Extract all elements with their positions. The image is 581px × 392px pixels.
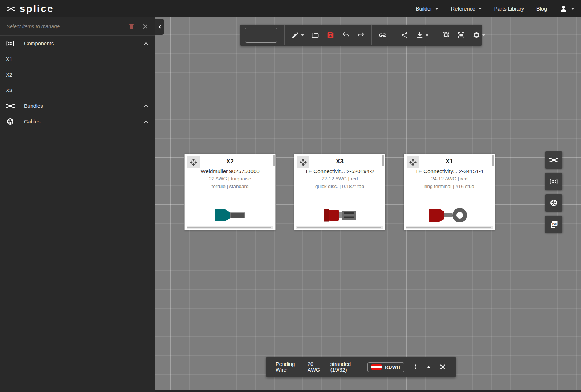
save-icon [326,31,334,39]
collapse-pending-button[interactable] [426,364,432,370]
nav-reference[interactable]: Reference [451,6,482,12]
card-mpn: TE Connectivit... 2-520194-2 [294,168,385,175]
save-button[interactable] [324,27,337,43]
select-region-button[interactable] [439,27,453,43]
move-handle[interactable] [187,156,200,168]
selection-placeholder: Select items to manage [7,24,121,29]
pending-wire-actions [412,363,446,371]
undo-button[interactable] [339,27,353,43]
top-navbar: splice Builder Reference Parts Library B… [0,0,581,17]
share-link-button[interactable] [375,27,390,43]
card-horizontal-scrollbar[interactable] [406,227,491,228]
delete-selected-button[interactable] [128,23,135,30]
clear-selection-button[interactable] [142,23,149,30]
nav-blog[interactable]: Blog [536,6,547,12]
link-icon [378,31,387,40]
download-button[interactable] [413,27,431,43]
card-spec1: 22 AWG | turquoise [185,175,275,183]
nav-reference-label: Reference [451,6,475,12]
kebab-menu-icon [412,364,419,370]
close-pending-button[interactable] [439,363,446,371]
chevron-up-icon[interactable] [142,118,150,125]
canvas-toolbar [240,25,482,46]
main-nav: Builder Reference Parts Library Blog [416,4,574,13]
sidebar-section-components[interactable]: Components [0,36,155,51]
chevron-down-icon [426,34,428,36]
chevron-left-icon [158,24,163,29]
cable-icon [549,199,558,207]
settings-button[interactable] [470,27,488,43]
account-menu[interactable] [559,4,574,13]
connector-icon [6,39,15,48]
app-logo[interactable]: splice [7,4,54,14]
sidebar-section-cables[interactable]: Cables [0,114,155,129]
share-button[interactable] [398,27,411,43]
wire-options-button[interactable] [412,364,419,370]
pending-wire-title: Pending Wire [276,361,300,373]
add-connector-button[interactable] [545,173,562,190]
sidebar-section-label: Components [24,41,54,46]
card-spec2: ring terminal | #16 stud [404,183,495,190]
card-vertical-scrollbar[interactable] [492,155,494,166]
nav-builder-label: Builder [416,6,432,12]
toolbar-divider [394,25,394,45]
cable-icon [6,117,15,126]
design-canvas[interactable]: X2 Weidmüller 9025750000 22 AWG | turquo… [155,17,581,392]
card-header: X2 Weidmüller 9025750000 22 AWG | turquo… [185,154,275,200]
card-mpn: Weidmüller 9025750000 [185,168,275,175]
toolbar-divider [371,25,372,45]
move-handle[interactable] [407,156,419,168]
connector-icon [549,177,558,186]
open-project-button[interactable] [308,27,322,43]
sidebar-item-x1[interactable]: X1 [0,51,155,67]
card-header: X3 TE Connectivit... 2-520194-2 22-12 AW… [294,154,385,200]
canvas-horizontal-scrollbar[interactable] [155,390,581,392]
splice-icon [549,156,558,164]
selection-bar: Select items to manage [0,17,155,36]
card-header: X1 TE Connectivity... 2-34151-1 24-12 AW… [404,154,495,200]
splice-logo-icon [7,4,15,13]
card-spec1: 24-12 AWG | red [404,175,495,183]
pencil-icon [291,31,299,39]
sidebar-item-x3[interactable]: X3 [0,82,155,98]
card-horizontal-scroll-track[interactable] [187,226,273,229]
nav-builder[interactable]: Builder [416,6,439,12]
card-vertical-scrollbar[interactable] [273,155,275,166]
close-icon [142,23,149,30]
svg-text:PDF: PDF [552,222,558,225]
sidebar-section-bundles[interactable]: Bundles [0,98,155,114]
component-card-x1[interactable]: X1 TE Connectivity... 2-34151-1 24-12 AW… [404,154,495,230]
card-horizontal-scroll-track[interactable] [406,226,493,229]
card-spec1: 22-12 AWG | red [294,175,385,183]
nav-blog-label: Blog [536,6,547,12]
move-icon [409,158,417,166]
add-cable-button[interactable] [545,194,562,212]
move-handle[interactable] [297,156,309,168]
sidebar-collapse-button[interactable] [155,19,164,35]
component-card-x2[interactable]: X2 Weidmüller 9025750000 22 AWG | turquo… [184,154,276,230]
close-icon [439,363,446,371]
nav-parts-library[interactable]: Parts Library [494,6,524,12]
sidebar-section-label: Cables [24,119,40,124]
pending-wire-bar: Pending Wire 20 AWG stranded (19/32) RDW… [266,357,456,377]
card-horizontal-scrollbar[interactable] [187,227,271,228]
chevron-up-icon[interactable] [142,40,150,47]
card-graphic-area [404,200,495,230]
fit-screen-icon [457,31,465,39]
card-vertical-scrollbar[interactable] [382,155,384,166]
chevron-up-icon[interactable] [142,102,150,110]
card-horizontal-scrollbar[interactable] [297,227,381,228]
folder-icon [311,31,319,39]
fit-view-button[interactable] [454,27,468,43]
card-horizontal-scroll-track[interactable] [296,226,383,229]
export-pdf-button[interactable]: PDF [545,216,562,233]
component-card-x3[interactable]: X3 TE Connectivit... 2-520194-2 22-12 AW… [294,154,385,230]
sidebar-item-x2[interactable]: X2 [0,67,155,82]
wire-color-chip[interactable]: RDWH [367,362,404,372]
add-splice-button[interactable] [545,151,562,169]
redo-button[interactable] [354,27,368,43]
card-mpn: TE Connectivity... 2-34151-1 [404,168,495,175]
harness-name-input[interactable] [245,28,277,43]
edit-mode-button[interactable] [288,27,307,43]
move-icon [299,158,307,166]
